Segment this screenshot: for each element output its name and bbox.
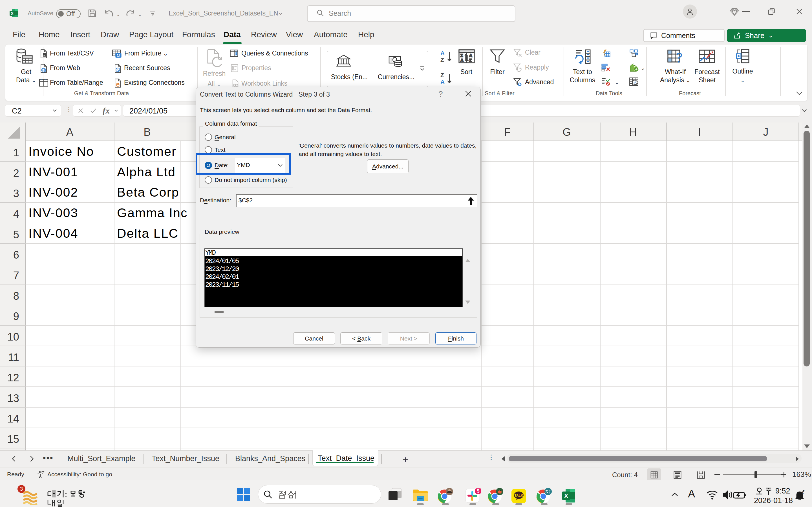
svg-text:Z: Z [441,57,444,63]
svg-text:A: A [441,78,445,85]
svg-text:A: A [469,53,472,58]
svg-text:z: z [803,490,805,493]
svg-text:TALK: TALK [514,494,523,497]
svg-text:5: 5 [477,489,479,494]
svg-text:Z: Z [441,72,444,78]
svg-text:X: X [564,492,568,499]
svg-text:Z: Z [469,58,472,62]
svg-text:A: A [460,58,463,62]
svg-text:Z: Z [460,53,463,58]
svg-text:A: A [441,50,445,56]
